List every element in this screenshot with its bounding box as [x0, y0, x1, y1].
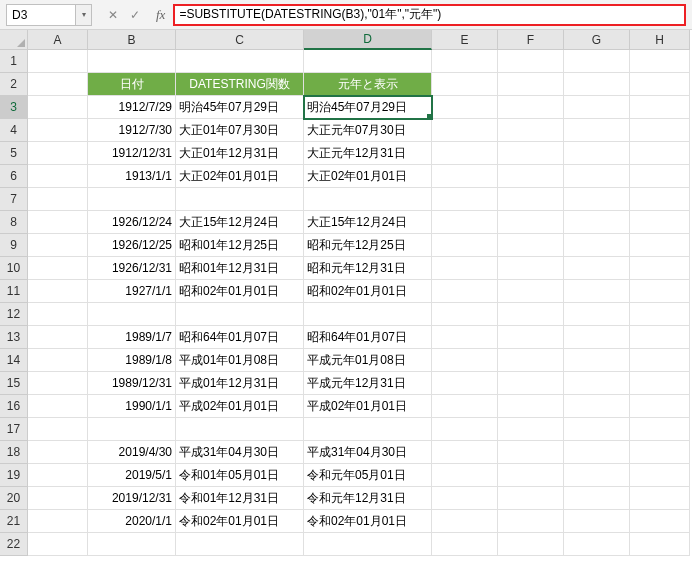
cell-G7[interactable]	[564, 188, 630, 211]
cell-F8[interactable]	[498, 211, 564, 234]
cell-H5[interactable]	[630, 142, 690, 165]
cell-A7[interactable]	[28, 188, 88, 211]
cell-D7[interactable]	[304, 188, 432, 211]
cell-F13[interactable]	[498, 326, 564, 349]
cell-A18[interactable]	[28, 441, 88, 464]
cell-F4[interactable]	[498, 119, 564, 142]
cell-C18[interactable]: 平成31年04月30日	[176, 441, 304, 464]
cell-H21[interactable]	[630, 510, 690, 533]
col-header-b[interactable]: B	[88, 30, 176, 50]
cell-C20[interactable]: 令和01年12月31日	[176, 487, 304, 510]
col-header-g[interactable]: G	[564, 30, 630, 50]
name-box[interactable]: D3	[6, 4, 76, 26]
cell-F6[interactable]	[498, 165, 564, 188]
cell-B15[interactable]: 1989/12/31	[88, 372, 176, 395]
row-header-6[interactable]: 6	[0, 165, 28, 188]
cell-B13[interactable]: 1989/1/7	[88, 326, 176, 349]
cell-E10[interactable]	[432, 257, 498, 280]
col-header-e[interactable]: E	[432, 30, 498, 50]
cell-D19[interactable]: 令和元年05月01日	[304, 464, 432, 487]
cell-B7[interactable]	[88, 188, 176, 211]
cell-E11[interactable]	[432, 280, 498, 303]
cell-E17[interactable]	[432, 418, 498, 441]
cell-D10[interactable]: 昭和元年12月31日	[304, 257, 432, 280]
cell-H4[interactable]	[630, 119, 690, 142]
row-header-19[interactable]: 19	[0, 464, 28, 487]
cell-C13[interactable]: 昭和64年01月07日	[176, 326, 304, 349]
cell-G11[interactable]	[564, 280, 630, 303]
cell-G8[interactable]	[564, 211, 630, 234]
cell-E8[interactable]	[432, 211, 498, 234]
cell-B5[interactable]: 1912/12/31	[88, 142, 176, 165]
cell-F3[interactable]	[498, 96, 564, 119]
cell-D17[interactable]	[304, 418, 432, 441]
cell-A17[interactable]	[28, 418, 88, 441]
cell-G6[interactable]	[564, 165, 630, 188]
cell-C19[interactable]: 令和01年05月01日	[176, 464, 304, 487]
cell-C12[interactable]	[176, 303, 304, 326]
cell-E16[interactable]	[432, 395, 498, 418]
cell-B10[interactable]: 1926/12/31	[88, 257, 176, 280]
cell-A11[interactable]	[28, 280, 88, 303]
cell-H20[interactable]	[630, 487, 690, 510]
cell-F2[interactable]	[498, 73, 564, 96]
cell-G4[interactable]	[564, 119, 630, 142]
cell-D12[interactable]	[304, 303, 432, 326]
cell-D18[interactable]: 平成31年04月30日	[304, 441, 432, 464]
cell-D15[interactable]: 平成元年12月31日	[304, 372, 432, 395]
cell-A15[interactable]	[28, 372, 88, 395]
cell-D11[interactable]: 昭和02年01月01日	[304, 280, 432, 303]
cell-A12[interactable]	[28, 303, 88, 326]
cell-E22[interactable]	[432, 533, 498, 556]
row-header-5[interactable]: 5	[0, 142, 28, 165]
cell-E3[interactable]	[432, 96, 498, 119]
cell-G22[interactable]	[564, 533, 630, 556]
cell-A13[interactable]	[28, 326, 88, 349]
cell-E13[interactable]	[432, 326, 498, 349]
cell-C11[interactable]: 昭和02年01月01日	[176, 280, 304, 303]
cell-D13[interactable]: 昭和64年01月07日	[304, 326, 432, 349]
cell-A6[interactable]	[28, 165, 88, 188]
row-header-10[interactable]: 10	[0, 257, 28, 280]
cell-B1[interactable]	[88, 50, 176, 73]
cell-E12[interactable]	[432, 303, 498, 326]
cell-H6[interactable]	[630, 165, 690, 188]
row-header-22[interactable]: 22	[0, 533, 28, 556]
cell-F7[interactable]	[498, 188, 564, 211]
cell-B17[interactable]	[88, 418, 176, 441]
cell-G1[interactable]	[564, 50, 630, 73]
cell-F9[interactable]	[498, 234, 564, 257]
cell-A5[interactable]	[28, 142, 88, 165]
col-header-h[interactable]: H	[630, 30, 690, 50]
cell-A19[interactable]	[28, 464, 88, 487]
cell-F5[interactable]	[498, 142, 564, 165]
row-header-9[interactable]: 9	[0, 234, 28, 257]
cell-A3[interactable]	[28, 96, 88, 119]
cell-F18[interactable]	[498, 441, 564, 464]
cell-F20[interactable]	[498, 487, 564, 510]
cell-A2[interactable]	[28, 73, 88, 96]
cell-E15[interactable]	[432, 372, 498, 395]
row-header-8[interactable]: 8	[0, 211, 28, 234]
cell-A10[interactable]	[28, 257, 88, 280]
col-header-d[interactable]: D	[304, 30, 432, 50]
cell-F1[interactable]	[498, 50, 564, 73]
cell-E4[interactable]	[432, 119, 498, 142]
cell-H14[interactable]	[630, 349, 690, 372]
cell-D2[interactable]: 元年と表示	[304, 73, 432, 96]
cell-B3[interactable]: 1912/7/29	[88, 96, 176, 119]
cell-A4[interactable]	[28, 119, 88, 142]
cell-B4[interactable]: 1912/7/30	[88, 119, 176, 142]
cell-E6[interactable]	[432, 165, 498, 188]
cell-H19[interactable]	[630, 464, 690, 487]
cell-G10[interactable]	[564, 257, 630, 280]
cell-C3[interactable]: 明治45年07月29日	[176, 96, 304, 119]
cell-D5[interactable]: 大正元年12月31日	[304, 142, 432, 165]
cell-B12[interactable]	[88, 303, 176, 326]
cell-G14[interactable]	[564, 349, 630, 372]
select-all-corner[interactable]	[0, 30, 28, 50]
cell-C16[interactable]: 平成02年01月01日	[176, 395, 304, 418]
cell-B16[interactable]: 1990/1/1	[88, 395, 176, 418]
cell-E19[interactable]	[432, 464, 498, 487]
cell-D6[interactable]: 大正02年01月01日	[304, 165, 432, 188]
